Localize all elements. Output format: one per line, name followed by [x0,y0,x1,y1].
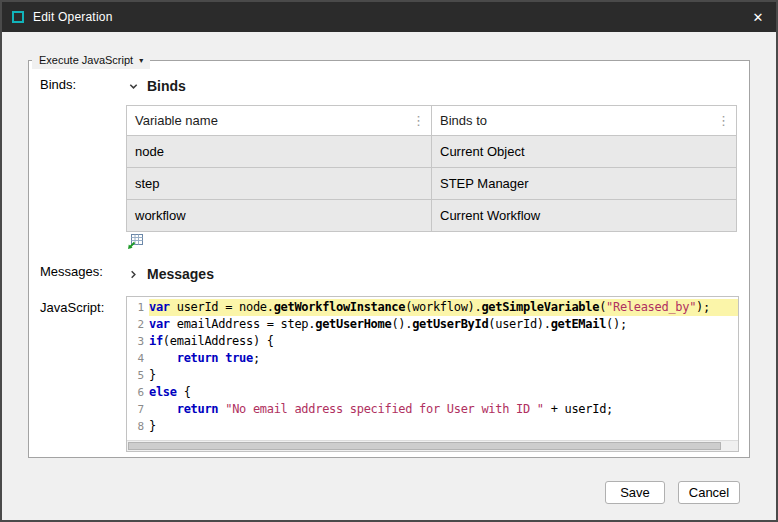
line-number: 1 [127,299,144,316]
column-header-label: Variable name [135,113,218,128]
column-menu-icon[interactable]: ⋮ [717,114,730,127]
cancel-button[interactable]: Cancel [678,481,740,504]
titlebar[interactable]: Edit Operation ✕ [2,2,776,32]
messages-field-label: Messages: [40,264,103,279]
column-header-binds-to[interactable]: Binds to ⋮ [432,106,737,136]
window-title: Edit Operation [33,10,113,24]
binds-to-cell[interactable]: Current Workflow [432,200,737,232]
variable-name-cell[interactable]: step [127,168,432,200]
messages-section-title: Messages [147,266,214,282]
code-line[interactable]: else { [149,384,738,401]
binds-table-body: nodeCurrent ObjectstepSTEP Managerworkfl… [127,136,737,232]
variable-name-cell[interactable]: node [127,136,432,168]
operation-panel: Binds: Binds Variable name ⋮ [28,60,750,458]
scrollbar-thumb[interactable] [128,442,721,450]
column-header-variable-name[interactable]: Variable name ⋮ [127,106,432,136]
line-number: 6 [127,384,144,401]
table-edit-icon [127,238,144,253]
binds-to-cell[interactable]: STEP Manager [432,168,737,200]
binds-section-title: Binds [147,78,186,94]
binds-to-cell[interactable]: Current Object [432,136,737,168]
code-line[interactable]: var userId = node.getWorkflowInstance(wo… [149,299,738,316]
horizontal-scrollbar[interactable] [127,440,738,451]
line-number: 7 [127,401,144,418]
line-number: 5 [127,367,144,384]
line-number: 4 [127,350,144,367]
javascript-editor[interactable]: 12345678 var userId = node.getWorkflowIn… [126,296,739,452]
chevron-right-icon [128,269,139,280]
binds-field-label: Binds: [40,77,76,92]
save-button[interactable]: Save [605,481,665,504]
code-line[interactable]: } [149,367,738,384]
code-line[interactable]: return true; [149,350,738,367]
table-row[interactable]: nodeCurrent Object [127,136,737,168]
close-icon[interactable]: ✕ [740,2,776,32]
table-header-row: Variable name ⋮ Binds to ⋮ [127,106,737,136]
line-number: 2 [127,316,144,333]
operation-type-label: Execute JavaScript [39,54,133,66]
code-line[interactable]: var emailAddress = step.getUserHome().ge… [149,316,738,333]
code-line[interactable]: if(emailAddress) { [149,333,738,350]
javascript-field-label: JavaScript: [40,300,104,315]
line-number: 3 [127,333,144,350]
code-gutter: 12345678 [127,299,149,440]
variable-name-cell[interactable]: workflow [127,200,432,232]
dropdown-arrow-icon: ▾ [139,56,143,65]
table-row[interactable]: stepSTEP Manager [127,168,737,200]
column-header-label: Binds to [440,113,487,128]
app-icon [12,11,24,23]
dialog-content: Binds: Binds Variable name ⋮ [2,32,776,520]
binds-section-toggle[interactable]: Binds [128,78,186,94]
editor-body: 12345678 var userId = node.getWorkflowIn… [127,297,738,440]
binds-table: Variable name ⋮ Binds to ⋮ nodeCurrent O [126,105,737,232]
edit-operation-dialog: Edit Operation ✕ Binds: Binds Variable n… [0,0,778,522]
code-line[interactable]: return "No email address specified for U… [149,401,738,418]
code-lines[interactable]: var userId = node.getWorkflowInstance(wo… [149,299,738,440]
line-number: 8 [127,418,144,435]
table-row[interactable]: workflowCurrent Workflow [127,200,737,232]
column-menu-icon[interactable]: ⋮ [412,114,425,127]
code-line[interactable]: } [149,418,738,435]
operation-type-dropdown[interactable]: Execute JavaScript ▾ [32,51,150,69]
messages-section-toggle[interactable]: Messages [128,266,214,282]
edit-binds-table-button[interactable] [126,233,145,252]
chevron-down-icon [128,81,139,92]
